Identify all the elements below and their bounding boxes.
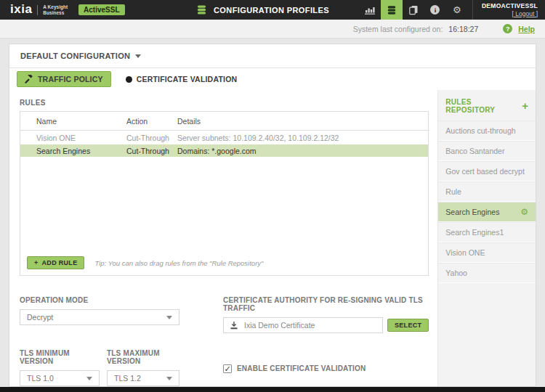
topbar: ixia A Keysight Business ActiveSSL CONFI… xyxy=(0,0,545,20)
logout-link[interactable]: [ Logout ] xyxy=(512,10,538,18)
tls-version-fields: TLS MINIMUM VERSION TLS 1.0 TLS MAXIMUM … xyxy=(20,349,179,386)
traffic-policy-pane: RULES Name Action Details Vision ONE Cut… xyxy=(9,90,437,386)
drag-rules-tip: Tip: You can also drag rules from the "R… xyxy=(94,259,263,267)
operation-mode-value: Decrypt xyxy=(27,313,53,322)
table-row[interactable]: Vision ONE Cut-Through Server subnets: 1… xyxy=(20,131,428,144)
page-title: CONFIGURATION PROFILES xyxy=(214,6,329,15)
page-title-wrap: CONFIGURATION PROFILES xyxy=(196,0,329,20)
list-item[interactable]: Rule xyxy=(438,181,536,202)
rule-details: Domains: *.google.com xyxy=(174,147,428,155)
ixia-logo: ixia xyxy=(10,3,32,17)
settings-gears-icon[interactable]: ⚙ xyxy=(446,0,468,20)
tab-traffic-policy[interactable]: TRAFFIC POLICY xyxy=(17,71,111,87)
app-window: ixia A Keysight Business ActiveSSL CONFI… xyxy=(0,0,545,392)
logo-divider xyxy=(37,5,38,15)
configuration-profiles-icon[interactable] xyxy=(381,0,403,20)
last-configured-time: 16:18:27 xyxy=(448,25,478,33)
rules-section-label: RULES xyxy=(20,99,429,107)
list-item[interactable]: Gov cert based decrypt xyxy=(438,161,536,181)
add-rule-label: ADD RULE xyxy=(42,259,78,266)
tagline-line2: Business xyxy=(43,10,68,15)
gavel-icon xyxy=(25,75,33,83)
operation-mode-select[interactable]: Decrypt xyxy=(20,309,179,325)
tls-max-select[interactable]: TLS 1.2 xyxy=(107,370,179,386)
status-bar: System last configured on: 16:18:27 ? He… xyxy=(0,20,545,38)
list-item[interactable]: Vision ONE xyxy=(438,242,536,263)
tls-min-field: TLS MINIMUM VERSION TLS 1.0 xyxy=(20,349,100,386)
rule-action: Cut-Through xyxy=(124,147,174,155)
rules-repository-title: RULES REPOSITORY xyxy=(445,98,522,114)
rule-action: Cut-Through xyxy=(124,134,174,142)
add-rule-button[interactable]: + ADD RULE xyxy=(27,256,84,269)
tls-max-value: TLS 1.2 xyxy=(114,374,141,383)
bottom-edge xyxy=(0,387,545,392)
chevron-down-icon xyxy=(135,54,141,58)
info-icon[interactable]: i xyxy=(424,0,446,20)
tab-traffic-policy-label: TRAFFIC POLICY xyxy=(38,75,103,83)
certificate-download-icon xyxy=(230,321,238,330)
certificate-authority-label: CERTIFICATE AUTHORITY FOR RE-SIGNING VAL… xyxy=(223,296,429,312)
list-item[interactable]: Search Engines ⚙ xyxy=(438,202,536,222)
keysight-tagline: A Keysight Business xyxy=(43,4,68,15)
list-item[interactable]: Search Engines1 xyxy=(438,222,536,242)
rules-table-header: Name Action Details xyxy=(20,112,428,131)
tab-certificate-validation-label: CERTIFICATE VALIDATION xyxy=(137,75,238,83)
tab-certificate-validation[interactable]: CERTIFICATE VALIDATION xyxy=(118,72,245,86)
certificate-authority-field: CERTIFICATE AUTHORITY FOR RE-SIGNING VAL… xyxy=(223,296,429,333)
list-item[interactable]: Banco Santander xyxy=(438,141,536,161)
certificate-authority-row: Ixia Demo Certificate SELECT xyxy=(223,317,429,333)
content-body: RULES Name Action Details Vision ONE Cut… xyxy=(9,90,536,386)
tabs: TRAFFIC POLICY CERTIFICATE VALIDATION xyxy=(9,68,536,90)
activessl-badge: ActiveSSL xyxy=(78,4,124,15)
enable-certificate-validation[interactable]: ✓ ENABLE CERTIFICATE VALIDATION xyxy=(223,349,429,386)
col-action: Action xyxy=(124,117,174,126)
operation-mode-label: OPERATION MODE xyxy=(20,296,179,304)
policy-form-row1: OPERATION MODE Decrypt CERTIFICATE AUTHO… xyxy=(20,296,429,333)
certificate-authority-input[interactable]: Ixia Demo Certificate xyxy=(223,317,383,333)
policy-form-row2: TLS MINIMUM VERSION TLS 1.0 TLS MAXIMUM … xyxy=(20,349,429,386)
tagline-line1: A Keysight xyxy=(43,4,68,9)
configuration-selector-label: DEFAULT CONFIGURATION xyxy=(20,52,130,60)
add-rule-area: + ADD RULE Tip: You can also drag rules … xyxy=(27,256,263,269)
tls-min-value: TLS 1.0 xyxy=(27,374,54,383)
rule-name: Vision ONE xyxy=(20,134,124,142)
rules-table: Name Action Details Vision ONE Cut-Throu… xyxy=(20,111,429,276)
add-repository-rule-icon[interactable]: + xyxy=(522,102,528,110)
select-certificate-button[interactable]: SELECT xyxy=(387,319,429,332)
help-icon[interactable]: ? xyxy=(503,24,512,33)
chevron-down-icon xyxy=(166,316,172,319)
certificate-authority-value: Ixia Demo Certificate xyxy=(244,321,315,330)
last-configured-label: System last configured on: xyxy=(353,25,443,33)
list-item[interactable]: Auctions cut-through xyxy=(438,121,536,141)
topbar-actions: i ⚙ DEMOACTIVESSL [ Logout ] xyxy=(359,0,545,20)
rule-name: Search Engines xyxy=(20,147,124,155)
certificate-validation-checkbox[interactable]: ✓ xyxy=(223,364,232,373)
brand: ixia A Keysight Business ActiveSSL xyxy=(0,3,125,17)
certificate-validation-label: ENABLE CERTIFICATE VALIDATION xyxy=(237,364,366,372)
rules-repository-header: RULES REPOSITORY + xyxy=(438,90,536,121)
chevron-down-icon xyxy=(166,377,172,380)
tls-max-label: TLS MAXIMUM VERSION xyxy=(107,349,179,365)
chevron-down-icon xyxy=(86,377,92,380)
list-item[interactable]: Yahoo xyxy=(438,263,536,283)
col-name: Name xyxy=(20,117,124,126)
statistics-icon[interactable] xyxy=(359,0,381,20)
operation-mode-field: OPERATION MODE Decrypt xyxy=(20,296,179,333)
tls-min-label: TLS MINIMUM VERSION xyxy=(20,349,100,365)
gear-icon[interactable]: ⚙ xyxy=(520,208,528,216)
main-panel: DEFAULT CONFIGURATION TRAFFIC POLICY CER… xyxy=(9,44,536,387)
help-link[interactable]: Help xyxy=(518,25,535,33)
configuration-selector[interactable]: DEFAULT CONFIGURATION xyxy=(9,44,536,68)
rules-repository-sidebar: RULES REPOSITORY + Auctions cut-through … xyxy=(437,90,536,386)
rule-details: Server subnets: 10.109.2.40/32, 10.109.2… xyxy=(174,134,428,142)
username: DEMOACTIVESSL xyxy=(482,2,538,10)
col-details: Details xyxy=(174,117,428,126)
user-block: DEMOACTIVESSL [ Logout ] xyxy=(472,0,545,20)
certificate-seal-icon xyxy=(126,76,132,83)
tls-min-select[interactable]: TLS 1.0 xyxy=(20,370,100,386)
copy-pages-icon[interactable] xyxy=(403,0,424,20)
plus-icon: + xyxy=(34,259,39,266)
database-icon xyxy=(196,4,207,15)
table-row[interactable]: Search Engines Cut-Through Domains: *.go… xyxy=(20,144,428,157)
tls-max-field: TLS MAXIMUM VERSION TLS 1.2 xyxy=(107,349,179,386)
